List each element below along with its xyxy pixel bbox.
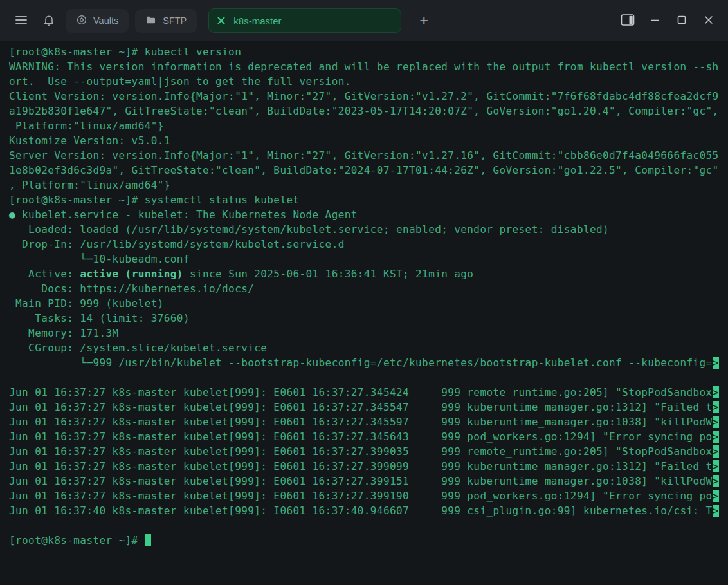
terminal-line: Platform:"linux/amd64"}: [9, 118, 728, 133]
terminal-text-segment: >: [713, 431, 719, 443]
terminal-line: [root@k8s-master ~]#: [9, 533, 728, 548]
terminal-line: ● kubelet.service - kubelet: The Kuberne…: [9, 207, 728, 222]
terminal-text-segment: Memory: 171.3M: [9, 327, 119, 339]
terminal-text-segment: a19b2b830f1e647", GitTreeState:"clean", …: [9, 105, 719, 117]
folder-icon: [145, 14, 157, 28]
terminal-line: [root@k8s-master ~]# systemctl status ku…: [9, 192, 728, 207]
terminal-line: Jun 01 16:37:27 k8s-master kubelet[999]:…: [9, 444, 728, 459]
terminal-text-segment: └─999 /usr/bin/kubelet --bootstrap-kubec…: [9, 357, 713, 369]
terminal-text-segment: Jun 01 16:37:27 k8s-master kubelet[999]:…: [9, 490, 713, 502]
terminal-line: Docs: https://kubernetes.io/docs/: [9, 281, 728, 296]
tab-k8s-master[interactable]: k8s-master: [208, 8, 401, 33]
terminal-text-segment: , Platform:"linux/amd64"}: [9, 179, 170, 191]
terminal-text-segment: └─10-kubeadm.conf: [9, 253, 190, 265]
close-icon: [704, 15, 714, 27]
vaults-label: Vaults: [93, 15, 118, 26]
terminal-text-segment: Jun 01 16:37:27 k8s-master kubelet[999]:…: [9, 460, 713, 472]
minimize-button[interactable]: [646, 12, 664, 30]
vault-icon: [76, 14, 87, 28]
window-controls: [619, 12, 718, 30]
terminal-cursor: [145, 534, 151, 546]
maximize-button[interactable]: [673, 12, 691, 30]
terminal-text-segment: Jun 01 16:37:40 k8s-master kubelet[999]:…: [9, 505, 713, 517]
terminal-text-segment: >: [713, 475, 719, 487]
terminal-line: └─10-kubeadm.conf: [9, 252, 728, 266]
terminal-text-segment: Main PID: 999 (kubelet): [9, 297, 164, 310]
terminal-line: , Platform:"linux/amd64"}: [9, 178, 728, 192]
minimize-icon: [650, 15, 660, 27]
terminal-line: Active: active (running) since Sun 2025-…: [9, 266, 728, 281]
terminal-text-segment: Jun 01 16:37:27 k8s-master kubelet[999]:…: [9, 401, 713, 413]
terminal-line: Memory: 171.3M: [9, 326, 728, 340]
terminal-text-segment: >: [713, 416, 719, 428]
terminal-text-segment: Jun 01 16:37:27 k8s-master kubelet[999]:…: [9, 386, 713, 398]
terminal-text-segment: [root@k8s-master ~]#: [9, 534, 145, 546]
terminal-text-segment: Client Version: version.Info{Major:"1", …: [9, 90, 719, 102]
terminal-line: 1e8b02ef3d6c3d9a", GitTreeState:"clean",…: [9, 163, 728, 178]
terminal-line: Kustomize Version: v5.0.1: [9, 133, 728, 148]
terminal-line: Tasks: 14 (limit: 37660): [9, 311, 728, 326]
terminal-text-segment: Loaded: loaded (/usr/lib/systemd/system/…: [9, 223, 609, 236]
terminal-line: a19b2b830f1e647", GitTreeState:"clean", …: [9, 104, 728, 118]
terminal-text-segment: Active:: [9, 268, 80, 280]
split-view-button[interactable]: [619, 12, 637, 30]
terminal-line: Jun 01 16:37:27 k8s-master kubelet[999]:…: [9, 474, 728, 488]
terminal-app-window: Vaults SFTP k8s-master +: [0, 0, 728, 585]
terminal-output[interactable]: [root@k8s-master ~]# kubectl versionWARN…: [0, 41, 728, 585]
maximize-icon: [677, 15, 687, 27]
sftp-button[interactable]: SFTP: [135, 9, 197, 33]
terminal-text-segment: >: [713, 386, 719, 398]
terminal-line: CGroup: /system.slice/kubelet.service: [9, 340, 728, 355]
close-tab-icon[interactable]: [216, 15, 226, 26]
terminal-line: Loaded: loaded (/usr/lib/systemd/system/…: [9, 222, 728, 237]
split-view-icon: [621, 14, 635, 28]
terminal-text-segment: Jun 01 16:37:27 k8s-master kubelet[999]:…: [9, 445, 713, 458]
notifications-button[interactable]: [39, 10, 59, 32]
terminal-line: Jun 01 16:37:27 k8s-master kubelet[999]:…: [9, 385, 728, 400]
terminal-text-segment: >: [713, 445, 719, 458]
terminal-text-segment: 1e8b02ef3d6c3d9a", GitTreeState:"clean",…: [9, 164, 719, 176]
hamburger-icon: [14, 13, 28, 29]
menu-button[interactable]: [10, 9, 32, 33]
terminal-line: Server Version: version.Info{Major:"1", …: [9, 148, 728, 163]
vaults-button[interactable]: Vaults: [66, 9, 129, 33]
terminal-text-segment: ●: [9, 209, 22, 221]
terminal-text-segment: Kustomize Version: v5.0.1: [9, 135, 170, 147]
terminal-line: Jun 01 16:37:27 k8s-master kubelet[999]:…: [9, 429, 728, 444]
terminal-text-segment: Jun 01 16:37:27 k8s-master kubelet[999]:…: [9, 431, 713, 443]
terminal-line: [root@k8s-master ~]# kubectl version: [9, 44, 728, 59]
titlebar: Vaults SFTP k8s-master +: [0, 0, 728, 41]
terminal-text-segment: >: [713, 505, 719, 517]
terminal-line: └─999 /usr/bin/kubelet --bootstrap-kubec…: [9, 355, 728, 370]
terminal-text-segment: Jun 01 16:37:27 k8s-master kubelet[999]:…: [9, 475, 713, 487]
terminal-line: Drop-In: /usr/lib/systemd/system/kubelet…: [9, 237, 728, 252]
terminal-text-segment: CGroup: /system.slice/kubelet.service: [9, 342, 267, 354]
terminal-text-segment: since Sun 2025-06-01 16:36:41 KST; 21min…: [183, 268, 473, 280]
terminal-text-segment: Jun 01 16:37:27 k8s-master kubelet[999]:…: [9, 416, 713, 428]
terminal-line: Jun 01 16:37:27 k8s-master kubelet[999]:…: [9, 414, 728, 429]
terminal-text-segment: [root@k8s-master ~]# systemctl status ku…: [9, 194, 299, 206]
close-window-button[interactable]: [700, 12, 718, 30]
terminal-line: WARNING: This version information is dep…: [9, 59, 728, 74]
bell-icon: [42, 14, 55, 28]
terminal-text-segment: kubelet.service - kubelet: The Kubernete…: [22, 209, 358, 221]
terminal-line: [9, 518, 728, 533]
terminal-line: Jun 01 16:37:27 k8s-master kubelet[999]:…: [9, 459, 728, 474]
terminal-text-segment: ort. Use --output=yaml|json to get the f…: [9, 75, 351, 88]
terminal-text-segment: [root@k8s-master ~]# kubectl version: [9, 46, 241, 58]
terminal-line: Main PID: 999 (kubelet): [9, 296, 728, 311]
terminal-line: Jun 01 16:37:27 k8s-master kubelet[999]:…: [9, 400, 728, 414]
terminal-text-segment: Drop-In: /usr/lib/systemd/system/kubelet…: [9, 238, 345, 250]
terminal-text-segment: Platform:"linux/amd64"}: [9, 120, 164, 132]
terminal-text-segment: >: [713, 401, 719, 413]
terminal-text-segment: active (running): [80, 268, 183, 280]
terminal-text-segment: >: [713, 460, 719, 472]
tab-label: k8s-master: [233, 15, 281, 26]
terminal-text-segment: Docs: https://kubernetes.io/docs/: [9, 283, 254, 295]
terminal-line: Client Version: version.Info{Major:"1", …: [9, 89, 728, 104]
terminal-text-segment: >: [713, 490, 719, 502]
new-tab-button[interactable]: +: [414, 10, 433, 31]
terminal-text-segment: >: [713, 357, 719, 369]
terminal-text-segment: WARNING: This version information is dep…: [9, 60, 719, 73]
terminal-line: ort. Use --output=yaml|json to get the f…: [9, 74, 728, 89]
